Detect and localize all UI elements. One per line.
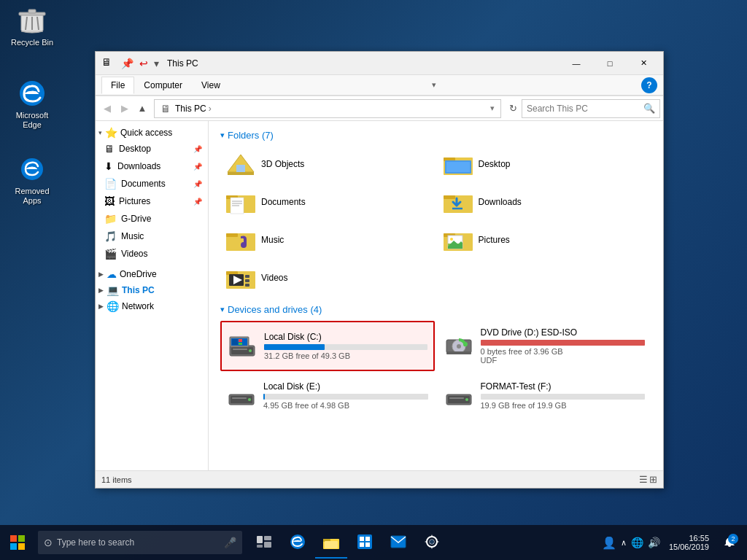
svg-rect-60 bbox=[449, 397, 464, 399]
taskbar-search-text: Type here to search bbox=[57, 537, 224, 548]
network-icon: 🌐 bbox=[107, 300, 119, 312]
start-button[interactable] bbox=[0, 525, 35, 560]
desktop-folder-icon: 🖥 bbox=[104, 143, 115, 155]
sidebar-section-network[interactable]: ▶ 🌐 Network bbox=[96, 298, 208, 314]
svg-rect-42 bbox=[233, 349, 247, 350]
titlebar-icon: 🖥 bbox=[101, 56, 116, 71]
taskbar-volume-icon[interactable]: 🔊 bbox=[648, 537, 660, 548]
notification-badge: 2 bbox=[728, 534, 738, 544]
format-f-free: 19.9 GB free of 19.9 GB bbox=[481, 401, 646, 410]
search-box[interactable]: 🔍 bbox=[522, 99, 660, 118]
pin-btn[interactable]: 📌 bbox=[119, 58, 136, 69]
taskbar-file-explorer[interactable] bbox=[315, 526, 347, 559]
sidebar-item-gdrive[interactable]: 📁 G-Drive bbox=[96, 210, 208, 228]
folder-item-3d-objects[interactable]: 3D Objects bbox=[220, 147, 435, 182]
drive-item-local-e[interactable]: Local Disk (E:) 4.95 GB free of 4.98 GB bbox=[220, 374, 435, 416]
taskbar-search[interactable]: ⊙ Type here to search 🎤 bbox=[38, 531, 242, 554]
sidebar-item-videos[interactable]: 🎬 Videos bbox=[96, 245, 208, 262]
up-button[interactable]: ▲ bbox=[133, 100, 151, 117]
taskbar-right: 👤 ∧ 🌐 🔊 16:55 15/06/2019 2 bbox=[602, 531, 747, 554]
folder-item-documents-f[interactable]: Documents bbox=[220, 184, 435, 219]
sidebar-item-desktop[interactable]: 🖥 Desktop 📌 bbox=[96, 140, 208, 158]
taskbar-task-view[interactable] bbox=[248, 526, 280, 559]
desktop-icon-edge[interactable]: Microsoft Edge bbox=[3, 76, 61, 133]
taskbar-network-icon[interactable]: 🌐 bbox=[631, 537, 643, 548]
taskbar-show-hidden-icon[interactable]: ∧ bbox=[621, 538, 627, 548]
folder-item-pictures-f[interactable]: Pictures bbox=[438, 222, 652, 257]
address-path[interactable]: 🖥 This PC › ▾ bbox=[154, 99, 501, 118]
drives-grid: Local Disk (C:) 31.2 GB free of 49.3 GB bbox=[220, 321, 651, 416]
taskbar-edge[interactable] bbox=[282, 526, 314, 559]
search-input[interactable] bbox=[527, 104, 643, 114]
folder-item-music-f[interactable]: Music bbox=[220, 222, 435, 257]
taskbar-settings[interactable] bbox=[416, 526, 448, 559]
sidebar-section-quick-access[interactable]: ▾ ⭐ Quick access bbox=[96, 124, 208, 140]
taskbar-time: 16:55 bbox=[689, 534, 709, 542]
window-title: This PC bbox=[167, 58, 560, 69]
this-pc-icon: 💻 bbox=[107, 284, 119, 296]
taskbar-clock[interactable]: 16:55 15/06/2019 bbox=[663, 534, 715, 551]
desktop-icon-recycle-bin[interactable]: Recycle Bin bbox=[3, 3, 61, 50]
sidebar-section-onedrive[interactable]: ▶ ☁ OneDrive bbox=[96, 265, 208, 281]
sidebar-item-pictures[interactable]: 🖼 Pictures 📌 bbox=[96, 192, 208, 210]
sidebar-videos-label: Videos bbox=[121, 249, 202, 259]
svg-rect-66 bbox=[264, 536, 271, 540]
tab-view[interactable]: View bbox=[192, 77, 230, 94]
forward-button[interactable]: ▶ bbox=[116, 100, 133, 117]
sidebar-item-downloads[interactable]: ⬇ Downloads 📌 bbox=[96, 158, 208, 175]
local-e-bar-bg bbox=[263, 394, 428, 400]
tab-file[interactable]: File bbox=[101, 77, 134, 94]
taskbar-mic-icon[interactable]: 🎤 bbox=[224, 537, 236, 548]
onedrive-icon: ☁ bbox=[107, 268, 117, 280]
removed-apps-label: Removed Apps bbox=[6, 187, 58, 206]
drive-item-format-f[interactable]: FORMAT-Test (F:) 19.9 GB free of 19.9 GB bbox=[438, 374, 652, 416]
pictures-folder-icon: 🖼 bbox=[104, 195, 115, 207]
sidebar-documents-label: Documents bbox=[121, 179, 193, 189]
titlebar: 🖥 📌 ↩ ▾ This PC — □ ✕ bbox=[96, 52, 663, 75]
ribbon-tabs: File Computer View ▾ ? bbox=[96, 75, 663, 96]
folder-item-videos-f[interactable]: Videos bbox=[220, 260, 435, 295]
videos-f-label: Videos bbox=[261, 273, 287, 283]
desktop-icon-removed-apps[interactable]: Removed Apps bbox=[3, 152, 61, 209]
minimize-button[interactable]: — bbox=[560, 52, 593, 75]
local-c-info: Local Disk (C:) 31.2 GB free of 49.3 GB bbox=[264, 332, 427, 360]
view-icons: ☰ ⊞ bbox=[639, 474, 657, 485]
folder-item-desktop-f[interactable]: Desktop bbox=[438, 147, 652, 182]
desktop-f-label: Desktop bbox=[479, 159, 511, 169]
taskbar-search-icon: ⊙ bbox=[44, 537, 53, 548]
taskbar-store[interactable] bbox=[349, 526, 381, 559]
folder-item-downloads-f[interactable]: Downloads bbox=[438, 184, 652, 219]
maximize-button[interactable]: □ bbox=[593, 52, 627, 75]
close-button[interactable]: ✕ bbox=[627, 52, 660, 75]
details-view-icon[interactable]: ☰ bbox=[639, 474, 648, 485]
back-button[interactable]: ◀ bbox=[98, 100, 116, 117]
sidebar-section-this-pc[interactable]: ▶ 💻 This PC bbox=[96, 281, 208, 298]
svg-rect-61 bbox=[10, 535, 17, 542]
pin-icon4: 📌 bbox=[193, 198, 202, 206]
drive-item-local-c[interactable]: Local Disk (C:) 31.2 GB free of 49.3 GB bbox=[220, 321, 435, 371]
dvd-d-name: DVD Drive (D:) ESD-ISO bbox=[481, 327, 646, 338]
svg-rect-75 bbox=[365, 537, 370, 541]
help-button[interactable]: ? bbox=[641, 77, 657, 93]
tiles-view-icon[interactable]: ⊞ bbox=[649, 474, 657, 485]
sidebar-item-documents[interactable]: 📄 Documents 📌 bbox=[96, 175, 208, 192]
svg-rect-56 bbox=[232, 397, 247, 399]
drives-collapse-button[interactable]: ▾ bbox=[220, 305, 225, 314]
drive-item-dvd-d[interactable]: DVD Drive (D:) ESD-ISO 0 bytes free of 3… bbox=[438, 321, 652, 371]
dropdown-btn[interactable]: ▾ bbox=[152, 58, 161, 69]
refresh-button[interactable]: ↻ bbox=[504, 100, 522, 117]
pictures-f-folder-icon bbox=[444, 227, 473, 253]
taskbar-mail[interactable] bbox=[382, 526, 414, 559]
address-bar: ◀ ▶ ▲ 🖥 This PC › ▾ ↻ 🔍 bbox=[96, 96, 663, 121]
sidebar-music-label: Music bbox=[121, 231, 202, 241]
tab-computer[interactable]: Computer bbox=[134, 77, 192, 94]
sidebar-item-music[interactable]: 🎵 Music bbox=[96, 228, 208, 245]
music-f-folder-icon bbox=[226, 227, 255, 253]
status-items-count: 11 items bbox=[101, 475, 639, 484]
undo-btn[interactable]: ↩ bbox=[137, 58, 150, 69]
folders-collapse-button[interactable]: ▾ bbox=[220, 131, 225, 140]
taskbar-people-icon[interactable]: 👤 bbox=[602, 536, 616, 550]
this-pc-label: This PC bbox=[122, 285, 155, 295]
svg-rect-77 bbox=[365, 542, 370, 547]
notification-center-button[interactable]: 2 bbox=[718, 531, 741, 554]
